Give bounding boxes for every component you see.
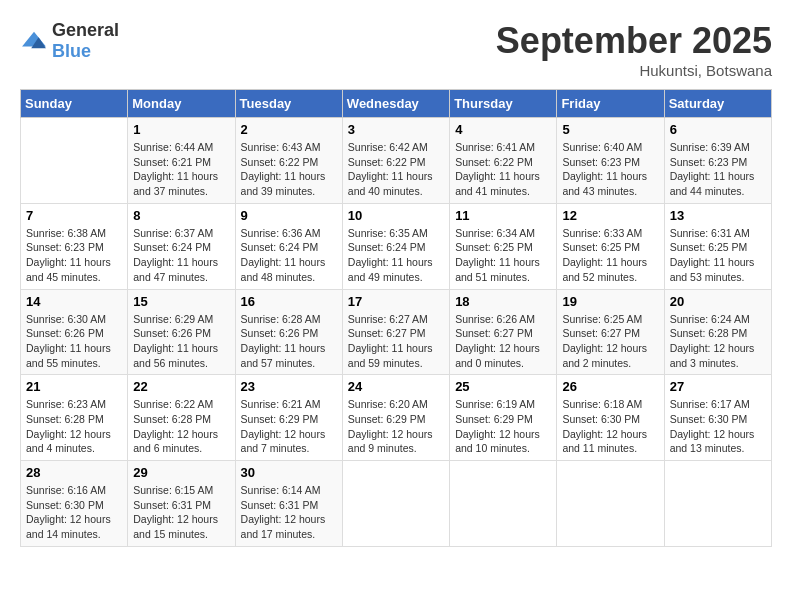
day-number: 14: [26, 294, 122, 309]
day-number: 21: [26, 379, 122, 394]
day-info: Sunrise: 6:18 AMSunset: 6:30 PMDaylight:…: [562, 397, 658, 456]
day-number: 9: [241, 208, 337, 223]
calendar-cell: 1Sunrise: 6:44 AMSunset: 6:21 PMDaylight…: [128, 118, 235, 204]
day-number: 19: [562, 294, 658, 309]
day-number: 10: [348, 208, 444, 223]
calendar-table: SundayMondayTuesdayWednesdayThursdayFrid…: [20, 89, 772, 547]
calendar-cell: 4Sunrise: 6:41 AMSunset: 6:22 PMDaylight…: [450, 118, 557, 204]
day-info: Sunrise: 6:28 AMSunset: 6:26 PMDaylight:…: [241, 312, 337, 371]
day-info: Sunrise: 6:35 AMSunset: 6:24 PMDaylight:…: [348, 226, 444, 285]
day-number: 17: [348, 294, 444, 309]
calendar-cell: 9Sunrise: 6:36 AMSunset: 6:24 PMDaylight…: [235, 203, 342, 289]
calendar-cell: 26Sunrise: 6:18 AMSunset: 6:30 PMDayligh…: [557, 375, 664, 461]
calendar-cell: 22Sunrise: 6:22 AMSunset: 6:28 PMDayligh…: [128, 375, 235, 461]
day-number: 4: [455, 122, 551, 137]
month-title: September 2025: [496, 20, 772, 62]
header-day-monday: Monday: [128, 90, 235, 118]
calendar-cell: [450, 461, 557, 547]
week-row-3: 14Sunrise: 6:30 AMSunset: 6:26 PMDayligh…: [21, 289, 772, 375]
calendar-cell: 12Sunrise: 6:33 AMSunset: 6:25 PMDayligh…: [557, 203, 664, 289]
day-number: 13: [670, 208, 766, 223]
location: Hukuntsi, Botswana: [496, 62, 772, 79]
day-info: Sunrise: 6:20 AMSunset: 6:29 PMDaylight:…: [348, 397, 444, 456]
week-row-1: 1Sunrise: 6:44 AMSunset: 6:21 PMDaylight…: [21, 118, 772, 204]
day-info: Sunrise: 6:38 AMSunset: 6:23 PMDaylight:…: [26, 226, 122, 285]
calendar-cell: 28Sunrise: 6:16 AMSunset: 6:30 PMDayligh…: [21, 461, 128, 547]
calendar-cell: 2Sunrise: 6:43 AMSunset: 6:22 PMDaylight…: [235, 118, 342, 204]
day-info: Sunrise: 6:39 AMSunset: 6:23 PMDaylight:…: [670, 140, 766, 199]
calendar-cell: 5Sunrise: 6:40 AMSunset: 6:23 PMDaylight…: [557, 118, 664, 204]
calendar-cell: 7Sunrise: 6:38 AMSunset: 6:23 PMDaylight…: [21, 203, 128, 289]
day-info: Sunrise: 6:22 AMSunset: 6:28 PMDaylight:…: [133, 397, 229, 456]
calendar-cell: 16Sunrise: 6:28 AMSunset: 6:26 PMDayligh…: [235, 289, 342, 375]
calendar-cell: 6Sunrise: 6:39 AMSunset: 6:23 PMDaylight…: [664, 118, 771, 204]
day-number: 22: [133, 379, 229, 394]
calendar-cell: [342, 461, 449, 547]
day-info: Sunrise: 6:36 AMSunset: 6:24 PMDaylight:…: [241, 226, 337, 285]
calendar-cell: 18Sunrise: 6:26 AMSunset: 6:27 PMDayligh…: [450, 289, 557, 375]
day-info: Sunrise: 6:41 AMSunset: 6:22 PMDaylight:…: [455, 140, 551, 199]
header-day-wednesday: Wednesday: [342, 90, 449, 118]
header-day-friday: Friday: [557, 90, 664, 118]
calendar-cell: 19Sunrise: 6:25 AMSunset: 6:27 PMDayligh…: [557, 289, 664, 375]
day-number: 8: [133, 208, 229, 223]
day-number: 28: [26, 465, 122, 480]
day-number: 7: [26, 208, 122, 223]
day-number: 18: [455, 294, 551, 309]
day-info: Sunrise: 6:33 AMSunset: 6:25 PMDaylight:…: [562, 226, 658, 285]
calendar-cell: [664, 461, 771, 547]
day-number: 20: [670, 294, 766, 309]
day-info: Sunrise: 6:16 AMSunset: 6:30 PMDaylight:…: [26, 483, 122, 542]
day-info: Sunrise: 6:25 AMSunset: 6:27 PMDaylight:…: [562, 312, 658, 371]
header-row: SundayMondayTuesdayWednesdayThursdayFrid…: [21, 90, 772, 118]
day-number: 29: [133, 465, 229, 480]
calendar-cell: 27Sunrise: 6:17 AMSunset: 6:30 PMDayligh…: [664, 375, 771, 461]
calendar-cell: 13Sunrise: 6:31 AMSunset: 6:25 PMDayligh…: [664, 203, 771, 289]
day-number: 25: [455, 379, 551, 394]
day-number: 24: [348, 379, 444, 394]
calendar-cell: 17Sunrise: 6:27 AMSunset: 6:27 PMDayligh…: [342, 289, 449, 375]
day-info: Sunrise: 6:19 AMSunset: 6:29 PMDaylight:…: [455, 397, 551, 456]
day-number: 26: [562, 379, 658, 394]
day-number: 6: [670, 122, 766, 137]
day-info: Sunrise: 6:24 AMSunset: 6:28 PMDaylight:…: [670, 312, 766, 371]
day-info: Sunrise: 6:27 AMSunset: 6:27 PMDaylight:…: [348, 312, 444, 371]
day-number: 11: [455, 208, 551, 223]
calendar-cell: [557, 461, 664, 547]
day-info: Sunrise: 6:23 AMSunset: 6:28 PMDaylight:…: [26, 397, 122, 456]
calendar-cell: 21Sunrise: 6:23 AMSunset: 6:28 PMDayligh…: [21, 375, 128, 461]
calendar-cell: 15Sunrise: 6:29 AMSunset: 6:26 PMDayligh…: [128, 289, 235, 375]
day-info: Sunrise: 6:43 AMSunset: 6:22 PMDaylight:…: [241, 140, 337, 199]
day-info: Sunrise: 6:17 AMSunset: 6:30 PMDaylight:…: [670, 397, 766, 456]
calendar-cell: 24Sunrise: 6:20 AMSunset: 6:29 PMDayligh…: [342, 375, 449, 461]
day-number: 30: [241, 465, 337, 480]
calendar-cell: 10Sunrise: 6:35 AMSunset: 6:24 PMDayligh…: [342, 203, 449, 289]
header-day-sunday: Sunday: [21, 90, 128, 118]
calendar-cell: 29Sunrise: 6:15 AMSunset: 6:31 PMDayligh…: [128, 461, 235, 547]
calendar-cell: 25Sunrise: 6:19 AMSunset: 6:29 PMDayligh…: [450, 375, 557, 461]
week-row-5: 28Sunrise: 6:16 AMSunset: 6:30 PMDayligh…: [21, 461, 772, 547]
day-info: Sunrise: 6:14 AMSunset: 6:31 PMDaylight:…: [241, 483, 337, 542]
calendar-cell: 8Sunrise: 6:37 AMSunset: 6:24 PMDaylight…: [128, 203, 235, 289]
day-info: Sunrise: 6:40 AMSunset: 6:23 PMDaylight:…: [562, 140, 658, 199]
day-number: 1: [133, 122, 229, 137]
logo-icon: [20, 30, 48, 52]
day-number: 3: [348, 122, 444, 137]
day-number: 12: [562, 208, 658, 223]
title-block: September 2025 Hukuntsi, Botswana: [496, 20, 772, 79]
day-info: Sunrise: 6:30 AMSunset: 6:26 PMDaylight:…: [26, 312, 122, 371]
page-header: General Blue September 2025 Hukuntsi, Bo…: [20, 20, 772, 79]
day-info: Sunrise: 6:26 AMSunset: 6:27 PMDaylight:…: [455, 312, 551, 371]
day-info: Sunrise: 6:42 AMSunset: 6:22 PMDaylight:…: [348, 140, 444, 199]
day-number: 23: [241, 379, 337, 394]
calendar-cell: 14Sunrise: 6:30 AMSunset: 6:26 PMDayligh…: [21, 289, 128, 375]
day-info: Sunrise: 6:15 AMSunset: 6:31 PMDaylight:…: [133, 483, 229, 542]
day-number: 15: [133, 294, 229, 309]
calendar-cell: [21, 118, 128, 204]
logo: General Blue: [20, 20, 119, 62]
day-info: Sunrise: 6:21 AMSunset: 6:29 PMDaylight:…: [241, 397, 337, 456]
day-info: Sunrise: 6:29 AMSunset: 6:26 PMDaylight:…: [133, 312, 229, 371]
day-number: 5: [562, 122, 658, 137]
calendar-cell: 23Sunrise: 6:21 AMSunset: 6:29 PMDayligh…: [235, 375, 342, 461]
header-day-thursday: Thursday: [450, 90, 557, 118]
